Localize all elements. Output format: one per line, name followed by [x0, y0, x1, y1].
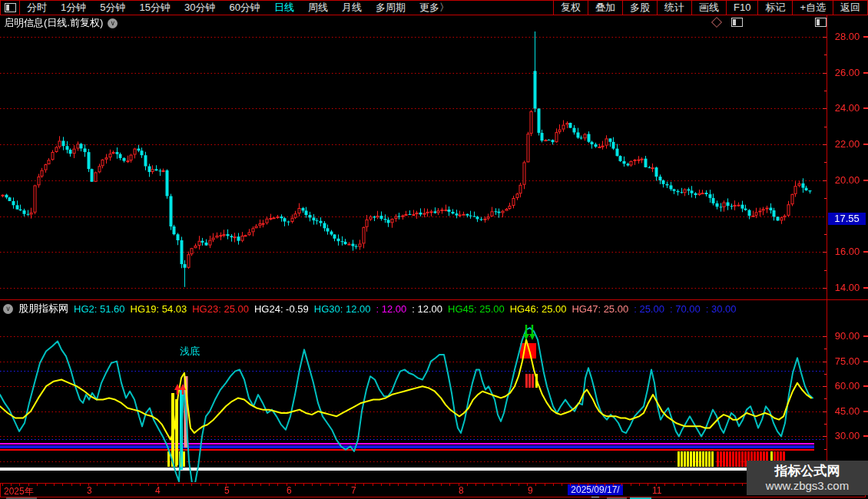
- indicator-value-9: HG47: 25.00: [571, 303, 628, 315]
- date-axis-tick: [510, 484, 511, 486]
- indicator-value-5: : 12.00: [376, 303, 406, 315]
- date-axis-tick: [639, 484, 640, 486]
- screen-edge-tick: [863, 107, 868, 109]
- indicator-chart[interactable]: [0, 317, 827, 482]
- indicator-value-11: : 70.00: [670, 303, 701, 315]
- indicator-value-0: HG2: 51.60: [74, 303, 125, 315]
- toolbar-action-4[interactable]: 画线: [691, 1, 726, 15]
- date-axis-tick: [62, 484, 63, 486]
- toolbar-action-0[interactable]: 复权: [553, 1, 588, 15]
- watermark-url: www.zbgs3.com: [766, 479, 849, 493]
- indicator-axis-label: 75.00: [831, 355, 863, 367]
- stock-title[interactable]: 启明信息(日线.前复权): [4, 16, 103, 30]
- date-axis-label: 4: [155, 485, 161, 496]
- period-tab-9[interactable]: 多周期: [369, 1, 412, 15]
- date-axis-tick: [518, 484, 519, 486]
- date-axis-tick: [613, 484, 614, 486]
- date-axis-tick: [346, 484, 347, 486]
- diamond-icon[interactable]: [711, 17, 722, 28]
- date-axis-tick: [492, 484, 493, 486]
- price-axis-label: 14.00: [831, 282, 863, 293]
- date-axis-tick: [389, 484, 390, 486]
- period-tab-3[interactable]: 15分钟: [132, 1, 177, 15]
- date-axis-tick: [166, 484, 167, 486]
- chevron-down-icon[interactable]: ∨: [108, 18, 118, 28]
- period-tab-4[interactable]: 30分钟: [177, 1, 222, 15]
- period-tab-5[interactable]: 60分钟: [222, 1, 267, 15]
- top-toolbar: 分时1分钟5分钟15分钟30分钟60分钟日线周线月线多周期更多〉 复权叠加多股统…: [0, 0, 868, 15]
- period-tab-1[interactable]: 1分钟: [54, 1, 93, 15]
- indicator-value-7: HG45: 25.00: [448, 303, 505, 315]
- indicator-value-12: : 30.00: [706, 303, 737, 315]
- date-axis-tick: [691, 484, 691, 486]
- date-axis-tick: [174, 484, 175, 486]
- date-axis[interactable]: 2025/09/17/三 2025年345678911: [0, 483, 866, 497]
- date-axis-tick: [373, 484, 373, 486]
- date-axis-tick: [148, 484, 149, 486]
- date-axis-tick: [338, 484, 339, 486]
- date-axis-tick: [699, 484, 700, 486]
- period-tab-6[interactable]: 日线: [267, 1, 301, 15]
- indicator-value-2: HG23: 25.00: [192, 303, 249, 315]
- date-axis-label: 5: [224, 485, 230, 496]
- date-axis-tick: [398, 484, 399, 486]
- split-pane-icon[interactable]: [815, 18, 827, 27]
- date-axis-tick: [363, 484, 364, 486]
- screen-edge-tick: [863, 36, 868, 38]
- split-pane-icon[interactable]: [731, 18, 743, 27]
- date-axis-tick: [37, 484, 38, 486]
- screen-edge-tick: [863, 251, 868, 253]
- toolbar-action-6[interactable]: 标记: [757, 1, 792, 15]
- chevron-down-icon[interactable]: ∨: [3, 304, 13, 314]
- date-axis-tick: [416, 484, 416, 486]
- date-axis-tick: [596, 484, 597, 486]
- date-axis-tick: [535, 484, 536, 486]
- date-axis-tick: [682, 484, 683, 486]
- split-pane-icon: [5, 3, 16, 12]
- date-axis-label: 9: [528, 485, 533, 496]
- date-axis-tick: [123, 484, 124, 486]
- toolbar-action-1[interactable]: 叠加: [588, 1, 622, 15]
- date-axis-tick: [260, 484, 261, 486]
- screen-edge-tick: [863, 435, 868, 437]
- date-axis-label: 7: [351, 485, 356, 496]
- price-axis-label: 26.00: [831, 67, 863, 78]
- main-price-chart[interactable]: [0, 29, 827, 299]
- period-tab-10[interactable]: 更多〉: [412, 1, 456, 15]
- last-price-tag: 17.55: [828, 213, 866, 225]
- toolbar-action-3[interactable]: 统计: [657, 1, 691, 15]
- price-axis-label: 20.00: [831, 174, 863, 186]
- indicator-value-8: HG46: 25.00: [510, 303, 567, 315]
- date-axis-tick: [502, 484, 502, 486]
- period-tab-0[interactable]: 分时: [20, 1, 54, 15]
- screen-edge-tick: [863, 411, 868, 412]
- toolbar-action-7[interactable]: +自选: [792, 1, 833, 15]
- price-axis-label: 16.00: [831, 246, 863, 257]
- layout-icon-button[interactable]: [1, 1, 20, 15]
- price-axis-label: 22.00: [831, 138, 863, 150]
- indicator-name[interactable]: 股朋指标网: [18, 302, 68, 316]
- period-tab-2[interactable]: 5分钟: [93, 1, 132, 15]
- date-axis-tick: [71, 484, 72, 486]
- date-axis-tick: [277, 484, 278, 486]
- date-axis-tick: [674, 484, 674, 486]
- indicator-axis-label: 60.00: [831, 380, 863, 392]
- toolbar-action-8[interactable]: 返回: [833, 1, 867, 15]
- date-axis-label: 6: [287, 485, 292, 496]
- date-axis-tick: [578, 484, 579, 486]
- toolbar-action-5[interactable]: F10: [726, 1, 757, 15]
- date-axis-tick: [707, 484, 708, 486]
- date-axis-tick: [191, 484, 192, 486]
- date-axis-tick: [2, 484, 3, 486]
- period-tab-7[interactable]: 周线: [301, 1, 335, 15]
- indicator-value-4: HG30: 12.00: [314, 303, 371, 315]
- date-axis-tick: [742, 484, 743, 486]
- period-tab-8[interactable]: 月线: [335, 1, 369, 15]
- date-axis-tick: [631, 484, 631, 486]
- date-axis-tick: [209, 484, 210, 486]
- toolbar-action-2[interactable]: 多股: [622, 1, 657, 15]
- date-axis-label: 3: [87, 485, 92, 496]
- date-axis-tick: [244, 484, 244, 486]
- date-axis-tick: [183, 484, 184, 486]
- date-axis-tick: [734, 484, 734, 486]
